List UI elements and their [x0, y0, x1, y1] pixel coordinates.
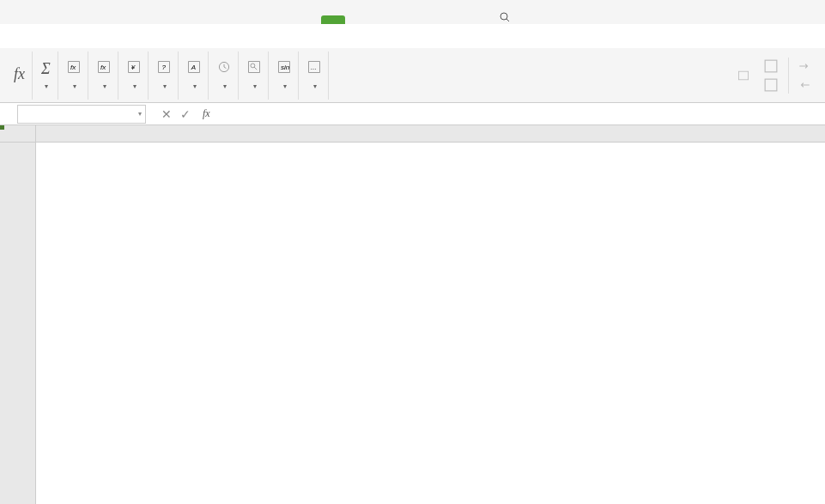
- logic-functions-button[interactable]: ?: [150, 52, 179, 100]
- question-icon: ?: [157, 60, 171, 78]
- clock-icon: [217, 60, 231, 78]
- other-functions-label: [312, 80, 317, 90]
- name-manager-button[interactable]: [730, 67, 757, 84]
- tab-security[interactable]: [417, 15, 441, 24]
- all-fx-icon: fx: [97, 60, 111, 78]
- cancel-icon[interactable]: ✕: [161, 107, 172, 121]
- spreadsheet-grid[interactable]: [0, 125, 825, 504]
- tab-review[interactable]: [369, 15, 393, 24]
- trace-dependents-button[interactable]: [794, 76, 818, 94]
- tab-view[interactable]: [393, 15, 417, 24]
- other-icon: ...: [307, 60, 321, 78]
- tab-developer[interactable]: [441, 15, 465, 24]
- column-headers: [36, 125, 825, 143]
- all-functions-label: [101, 80, 106, 90]
- fx-icon[interactable]: fx: [197, 107, 215, 120]
- lookup-functions-button[interactable]: [240, 52, 269, 100]
- select-all-corner[interactable]: [0, 125, 36, 143]
- logic-functions-label: [161, 80, 167, 90]
- lookup-icon: [247, 60, 261, 78]
- tab-special[interactable]: [465, 15, 489, 24]
- fx-icon: fx: [14, 65, 25, 83]
- svg-text:fx: fx: [100, 64, 106, 71]
- math-icon: sin: [277, 60, 291, 78]
- datetime-functions-label: [221, 80, 227, 90]
- svg-text:¥: ¥: [131, 64, 136, 71]
- lookup-functions-label: [252, 80, 257, 90]
- math-functions-label: [282, 80, 287, 90]
- autosum-button[interactable]: Σ: [34, 52, 58, 100]
- sigma-icon: Σ: [41, 60, 51, 78]
- define-name-button[interactable]: [761, 58, 785, 75]
- text-icon: A: [187, 60, 201, 78]
- other-functions-button[interactable]: ...: [300, 52, 329, 100]
- svg-rect-26: [765, 79, 777, 91]
- name-box[interactable]: [17, 105, 146, 124]
- star-fx-icon: fx: [67, 60, 81, 78]
- finance-functions-label: [131, 80, 136, 90]
- ribbon-tabs: [0, 0, 825, 24]
- math-functions-button[interactable]: sin: [270, 52, 299, 100]
- svg-text:A: A: [191, 64, 196, 71]
- svg-rect-24: [738, 71, 748, 80]
- formula-bar: ✕ ✓ fx: [0, 103, 825, 125]
- yen-icon: ¥: [127, 60, 141, 78]
- confirm-icon[interactable]: ✓: [180, 107, 191, 121]
- ribbon-right-group: [730, 58, 818, 94]
- search-button[interactable]: [498, 10, 515, 24]
- svg-point-6: [500, 13, 507, 20]
- datetime-functions-button[interactable]: [210, 52, 239, 100]
- all-functions-button[interactable]: fx: [90, 52, 118, 100]
- common-functions-button[interactable]: fx: [60, 52, 88, 100]
- finance-functions-button[interactable]: ¥: [120, 52, 149, 100]
- formula-input[interactable]: [215, 105, 825, 124]
- text-functions-label: [191, 80, 197, 90]
- autosum-label: [43, 80, 48, 90]
- svg-text:sin: sin: [281, 64, 290, 71]
- tab-formulas[interactable]: [321, 15, 345, 24]
- row-headers: [0, 143, 36, 504]
- cells-area[interactable]: [36, 143, 825, 504]
- common-functions-label: [71, 80, 76, 90]
- svg-text:?: ?: [161, 64, 166, 71]
- paste-name-button[interactable]: [761, 76, 785, 94]
- text-functions-button[interactable]: A: [180, 52, 209, 100]
- formula-bar-buttons: ✕ ✓: [155, 107, 197, 121]
- tab-data[interactable]: [345, 15, 369, 24]
- svg-rect-25: [765, 60, 777, 72]
- tab-insert[interactable]: [273, 15, 297, 24]
- trace-precedents-button[interactable]: [794, 58, 818, 75]
- tab-start[interactable]: [249, 15, 273, 24]
- svg-text:fx: fx: [70, 64, 76, 71]
- svg-text:...: ...: [311, 64, 317, 71]
- tab-page-layout[interactable]: [297, 15, 321, 24]
- insert-function-button[interactable]: fx: [7, 52, 33, 100]
- ribbon: fx Σ fx fx ¥ ? A sin ...: [0, 48, 825, 103]
